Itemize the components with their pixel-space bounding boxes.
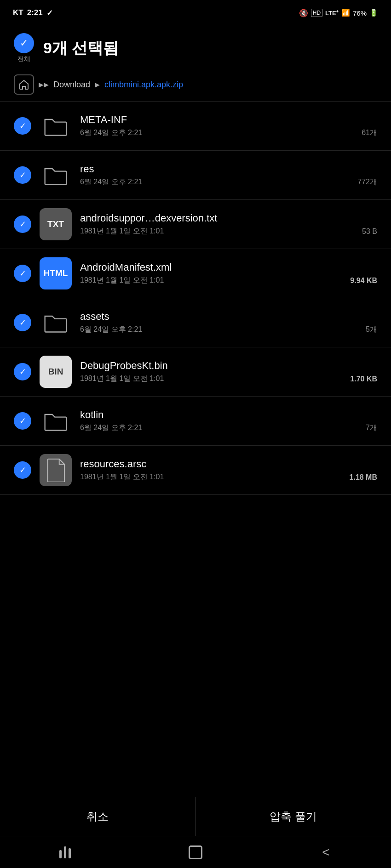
time-text: 2:21 [27, 8, 43, 17]
item-meta: 1981년 1월 1일 오전 1:011.70 KB [80, 374, 377, 384]
item-meta: 6월 24일 오후 2:215개 [80, 325, 377, 335]
list-item[interactable]: ✓TXTandroidsuppor…dexversion.txt1981년 1월… [0, 200, 391, 249]
recents-icon [59, 846, 71, 858]
item-size: 9.94 KB [350, 277, 377, 285]
item-type-icon [40, 110, 72, 142]
item-meta: 6월 24일 오후 2:2161개 [80, 128, 377, 138]
item-checkbox[interactable]: ✓ [14, 412, 31, 430]
item-info: META-INF6월 24일 오후 2:2161개 [80, 114, 377, 138]
item-size: 1.70 KB [350, 375, 377, 383]
home-icon[interactable] [14, 74, 34, 95]
item-type-icon: HTML [40, 257, 72, 289]
list-item[interactable]: ✓ res6월 24일 오후 2:21772개 [0, 151, 391, 200]
nav-recents-button[interactable] [47, 841, 84, 864]
breadcrumb-zip-link[interactable]: climbmini.apk.apk.zip [104, 80, 183, 90]
item-type-icon [40, 159, 72, 191]
signal-icon: 📶 [341, 9, 350, 17]
item-name: resources.arsc [80, 458, 377, 470]
breadcrumb: ▶▶ Download ▶ climbmini.apk.apk.zip [0, 68, 391, 102]
item-type-icon: BIN [40, 356, 72, 388]
battery-icon: 🔋 [369, 9, 378, 17]
file-list: ✓ META-INF6월 24일 오후 2:2161개✓ res6월 24일 오… [0, 102, 391, 495]
breadcrumb-arrow1: ▶▶ [39, 81, 49, 88]
status-left: KT 2:21 ✓ [13, 8, 53, 18]
item-checkbox[interactable]: ✓ [14, 216, 31, 233]
hd-badge: HD [311, 9, 322, 17]
item-info: res6월 24일 오후 2:21772개 [80, 163, 377, 187]
item-type-icon [40, 405, 72, 437]
select-all-button[interactable]: ✓ 전체 [14, 33, 34, 63]
item-checkbox[interactable]: ✓ [14, 314, 31, 331]
item-type-icon [40, 454, 72, 486]
carrier-text: KT [13, 8, 23, 17]
battery-text: 76% [353, 9, 367, 17]
lte-icon: LTE+ [325, 9, 339, 17]
item-meta: 6월 24일 오후 2:21772개 [80, 177, 377, 187]
item-size: 61개 [362, 128, 377, 138]
item-date: 1981년 1월 1일 오전 1:01 [80, 276, 164, 285]
list-item[interactable]: ✓HTMLAndroidManifest.xml1981년 1월 1일 오전 1… [0, 249, 391, 298]
item-info: resources.arsc1981년 1월 1일 오전 1:011.18 MB [80, 458, 377, 482]
extract-button[interactable]: 압축 풀기 [196, 797, 391, 836]
list-item[interactable]: ✓BINDebugProbesKt.bin1981년 1월 1일 오전 1:01… [0, 347, 391, 397]
mute-icon: 🔇 [299, 9, 308, 17]
item-info: assets6월 24일 오후 2:215개 [80, 311, 377, 335]
item-info: androidsuppor…dexversion.txt1981년 1월 1일 … [80, 212, 377, 236]
item-name: androidsuppor…dexversion.txt [80, 212, 377, 224]
status-bar: KT 2:21 ✓ 🔇 HD LTE+ 📶 76% 🔋 [0, 0, 391, 24]
status-right: 🔇 HD LTE+ 📶 76% 🔋 [299, 9, 378, 17]
item-meta: 1981년 1월 1일 오전 1:019.94 KB [80, 276, 377, 285]
list-item[interactable]: ✓ resources.arsc1981년 1월 1일 오전 1:011.18 … [0, 446, 391, 495]
item-date: 1981년 1월 1일 오전 1:01 [80, 227, 164, 236]
nav-back-button[interactable]: < [307, 841, 344, 864]
item-meta: 1981년 1월 1일 오전 1:0153 B [80, 227, 377, 236]
item-size: 7개 [366, 423, 377, 433]
nav-bar: < [0, 836, 391, 868]
list-item[interactable]: ✓ META-INF6월 24일 오후 2:2161개 [0, 102, 391, 151]
home-nav-icon [189, 845, 202, 859]
item-size: 5개 [366, 325, 377, 335]
list-item[interactable]: ✓ kotlin6월 24일 오후 2:217개 [0, 397, 391, 446]
item-type-icon [40, 306, 72, 339]
item-name: AndroidManifest.xml [80, 261, 377, 273]
item-type-icon: TXT [40, 208, 72, 240]
item-name: DebugProbesKt.bin [80, 360, 377, 372]
item-date: 6월 24일 오후 2:21 [80, 325, 142, 335]
item-name: META-INF [80, 114, 377, 126]
item-date: 6월 24일 오후 2:21 [80, 423, 142, 433]
item-size: 772개 [357, 177, 377, 187]
nav-home-button[interactable] [177, 841, 214, 864]
header: ✓ 전체 9개 선택됨 [0, 24, 391, 68]
back-icon: < [322, 845, 329, 860]
list-item[interactable]: ✓ assets6월 24일 오후 2:215개 [0, 298, 391, 347]
cancel-button[interactable]: 취소 [0, 797, 196, 836]
item-name: res [80, 163, 377, 175]
item-checkbox[interactable]: ✓ [14, 461, 31, 479]
select-all-label: 전체 [17, 55, 30, 63]
item-size: 53 B [362, 227, 377, 236]
item-checkbox[interactable]: ✓ [14, 117, 31, 135]
item-meta: 6월 24일 오후 2:217개 [80, 423, 377, 433]
item-size: 1.18 MB [350, 473, 377, 482]
item-name: kotlin [80, 409, 377, 421]
item-checkbox[interactable]: ✓ [14, 265, 31, 282]
item-date: 1981년 1월 1일 오전 1:01 [80, 472, 164, 482]
item-checkbox[interactable]: ✓ [14, 363, 31, 380]
item-date: 6월 24일 오후 2:21 [80, 128, 142, 138]
bottom-actions: 취소 압축 풀기 [0, 797, 391, 836]
selection-count-title: 9개 선택됨 [43, 38, 119, 59]
breadcrumb-arrow2: ▶ [95, 81, 100, 88]
select-all-checkbox[interactable]: ✓ [14, 33, 34, 53]
item-info: DebugProbesKt.bin1981년 1월 1일 오전 1:011.70… [80, 360, 377, 384]
item-info: AndroidManifest.xml1981년 1월 1일 오전 1:019.… [80, 261, 377, 285]
item-meta: 1981년 1월 1일 오전 1:011.18 MB [80, 472, 377, 482]
item-date: 6월 24일 오후 2:21 [80, 177, 142, 187]
item-info: kotlin6월 24일 오후 2:217개 [80, 409, 377, 433]
breadcrumb-download[interactable]: Download [53, 80, 90, 90]
item-checkbox[interactable]: ✓ [14, 166, 31, 184]
item-name: assets [80, 311, 377, 323]
item-date: 1981년 1월 1일 오전 1:01 [80, 374, 164, 384]
check-icon: ✓ [46, 8, 53, 18]
